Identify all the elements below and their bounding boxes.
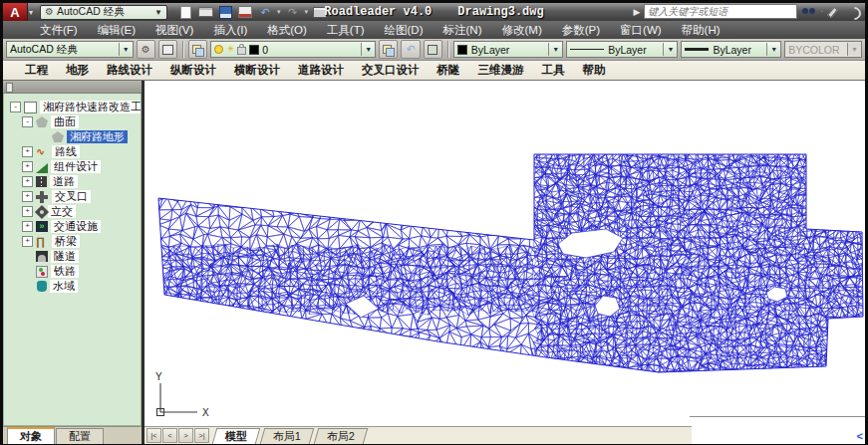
layer-on-bulb-icon[interactable] bbox=[214, 45, 223, 54]
design-menu-tools[interactable]: 工具 bbox=[534, 63, 573, 78]
expand-icon[interactable]: + bbox=[22, 206, 33, 217]
autocad-logo-icon[interactable]: A bbox=[3, 3, 28, 21]
menu-tools[interactable]: 工具(T) bbox=[318, 23, 374, 38]
tree-item-roads[interactable]: + 道路 bbox=[8, 174, 139, 189]
search-input[interactable] bbox=[644, 4, 797, 19]
design-menu-3d-roam[interactable]: 三维漫游 bbox=[470, 63, 532, 78]
design-menu-intersection[interactable]: 交叉口设计 bbox=[354, 63, 428, 78]
redo-icon[interactable]: ↷ bbox=[285, 5, 301, 20]
expand-icon[interactable]: + bbox=[22, 161, 33, 172]
tree-item-label: 交叉口 bbox=[52, 190, 91, 203]
first-tab-button[interactable]: |< bbox=[146, 428, 161, 443]
scrollbar-track-area[interactable] bbox=[690, 416, 865, 444]
save-icon[interactable] bbox=[217, 5, 233, 20]
ucs-y-label: Y bbox=[155, 370, 162, 383]
expand-icon[interactable]: + bbox=[22, 236, 33, 247]
design-menu-help[interactable]: 帮助 bbox=[575, 63, 614, 78]
menu-format[interactable]: 格式(O) bbox=[258, 23, 316, 38]
expand-icon[interactable]: + bbox=[22, 146, 33, 157]
redo-dropdown-icon[interactable]: ▾ bbox=[305, 8, 309, 16]
tree-item-water-areas[interactable]: 水域 bbox=[8, 279, 139, 294]
undo-dropdown-icon[interactable]: ▾ bbox=[277, 8, 281, 16]
tree-item-alignments[interactable]: + ∿ 路线 bbox=[8, 144, 139, 159]
expand-icon[interactable]: + bbox=[22, 221, 33, 232]
expand-icon[interactable]: + bbox=[22, 176, 33, 187]
tree-item-intersections[interactable]: + 交叉口 bbox=[8, 189, 139, 204]
project-tree: - 湘府路快速路改造工程 - 曲面 湘府路地形 + ∿ 路线 bbox=[3, 94, 142, 426]
layer-combo[interactable]: ☀ 0 ▼ bbox=[210, 41, 376, 58]
chevron-down-icon[interactable]: ▼ bbox=[119, 43, 133, 56]
search-binoculars-icon[interactable] bbox=[801, 5, 816, 18]
menu-file[interactable]: 文件(F) bbox=[31, 23, 87, 38]
tree-item-terrain-surface[interactable]: 湘府路地形 bbox=[8, 129, 139, 144]
tab-model[interactable]: 模型 bbox=[212, 428, 261, 444]
tree-item-tunnels[interactable]: 隧道 bbox=[8, 249, 139, 264]
lineweight-combo[interactable]: ByLayer ▼ bbox=[681, 41, 781, 58]
railway-icon bbox=[36, 266, 48, 278]
layer-states-button[interactable] bbox=[424, 40, 442, 59]
design-menu-alignment[interactable]: 路线设计 bbox=[99, 63, 160, 78]
layer-freeze-sun-icon[interactable]: ☀ bbox=[226, 45, 234, 54]
design-menu-crosssection[interactable]: 横断设计 bbox=[226, 63, 288, 78]
drawing-canvas[interactable]: Y X |< < > >| 模型 布局1 布局2 < bbox=[145, 81, 865, 444]
chevron-down-icon[interactable]: ▼ bbox=[548, 43, 562, 56]
chevron-down-icon[interactable]: ▼ bbox=[766, 43, 780, 56]
scroll-left-arrow-icon[interactable]: < bbox=[857, 431, 863, 442]
layer-previous-button[interactable]: ↶ bbox=[401, 40, 420, 59]
chevron-down-icon[interactable]: ▼ bbox=[663, 43, 677, 56]
tab-layout1[interactable]: 布局1 bbox=[260, 428, 315, 444]
color-combo[interactable]: ByLayer ▼ bbox=[453, 41, 563, 58]
design-menu-terrain[interactable]: 地形 bbox=[58, 63, 97, 78]
panel-grip[interactable] bbox=[3, 81, 142, 94]
menu-modify[interactable]: 修改(M) bbox=[492, 23, 550, 38]
make-object-layer-current-button[interactable] bbox=[379, 40, 398, 59]
menu-edit[interactable]: 编辑(E) bbox=[89, 23, 145, 38]
tree-item-surfaces[interactable]: - 曲面 bbox=[8, 114, 139, 129]
tree-item-traffic-facilities[interactable]: + » 交通设施 bbox=[8, 219, 139, 234]
design-menu-road[interactable]: 道路设计 bbox=[290, 63, 352, 78]
linetype-combo[interactable]: ByLayer ▼ bbox=[566, 41, 678, 58]
last-tab-button[interactable]: >| bbox=[194, 428, 209, 443]
plot-preview-icon[interactable] bbox=[237, 5, 253, 20]
menu-parametric[interactable]: 参数(P) bbox=[553, 23, 609, 38]
menu-view[interactable]: 视图(V) bbox=[146, 23, 202, 38]
workspace-settings-button[interactable]: ⚙ bbox=[137, 40, 155, 59]
tree-item-components[interactable]: + 组件设计 bbox=[8, 159, 139, 174]
communication-center-icon[interactable] bbox=[846, 5, 861, 18]
tree-item-bridges[interactable]: + ∏ 桥梁 bbox=[8, 234, 139, 249]
wrench-icon[interactable] bbox=[827, 5, 842, 18]
workspace-combo[interactable]: AutoCAD 经典 ▼ bbox=[6, 41, 134, 58]
menu-window[interactable]: 窗口(W) bbox=[611, 23, 671, 38]
tab-layout2[interactable]: 布局2 bbox=[314, 428, 369, 444]
menu-draw[interactable]: 绘图(D) bbox=[376, 23, 433, 38]
design-menu-bar: 工程 地形 路线设计 纵断设计 横断设计 道路设计 交叉口设计 桥隧 三维漫游 … bbox=[3, 61, 865, 81]
logo-dropdown-icon[interactable]: ▾ bbox=[29, 8, 33, 17]
undo-icon[interactable]: ↶ bbox=[257, 5, 273, 20]
plotstyle-value: BYCOLOR bbox=[788, 44, 839, 56]
design-menu-bridge-tunnel[interactable]: 桥隧 bbox=[430, 63, 468, 78]
workspace-switcher[interactable]: ⚙ AutoCAD 经典 ▼ bbox=[40, 5, 167, 20]
current-color-swatch bbox=[457, 45, 467, 55]
design-menu-profile[interactable]: 纵断设计 bbox=[162, 63, 224, 78]
layer-lock-icon[interactable] bbox=[237, 47, 246, 55]
menu-dimension[interactable]: 标注(N) bbox=[434, 23, 491, 38]
collapse-icon[interactable]: - bbox=[10, 102, 21, 112]
menu-insert[interactable]: 插入(I) bbox=[204, 23, 256, 38]
tree-item-project-root[interactable]: - 湘府路快速路改造工程 bbox=[8, 100, 139, 114]
my-workspace-button[interactable] bbox=[158, 40, 177, 59]
tree-item-interchanges[interactable]: + 立交 bbox=[8, 204, 139, 219]
tree-item-railways[interactable]: 铁路 bbox=[8, 264, 139, 279]
new-file-icon[interactable] bbox=[177, 5, 193, 20]
open-folder-icon[interactable] bbox=[197, 5, 213, 20]
menu-help[interactable]: 帮助(H) bbox=[673, 23, 729, 38]
collapse-icon[interactable]: - bbox=[22, 116, 33, 127]
layer-properties-button[interactable] bbox=[188, 40, 207, 59]
search-expand-icon[interactable]: ▶ bbox=[633, 7, 640, 17]
prev-tab-button[interactable]: < bbox=[162, 428, 177, 443]
design-menu-project[interactable]: 工程 bbox=[17, 63, 56, 78]
chevron-down-icon[interactable]: ▼ bbox=[361, 43, 375, 56]
tab-settings[interactable]: 配置 bbox=[56, 428, 104, 444]
expand-icon[interactable]: + bbox=[22, 191, 33, 202]
tab-objects[interactable]: 对象 bbox=[7, 427, 55, 444]
next-tab-button[interactable]: > bbox=[178, 428, 193, 443]
